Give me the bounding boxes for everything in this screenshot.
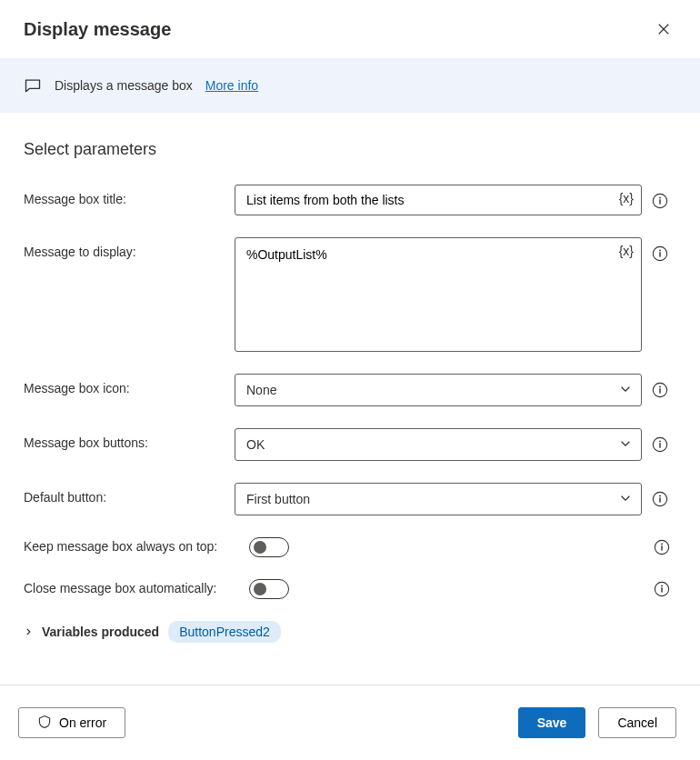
svg-rect-8 [659,388,660,393]
info-banner: Displays a message box More info [0,58,700,113]
default-button-select[interactable]: First button [235,483,642,515]
info-icon[interactable] [653,580,671,598]
banner-text: Displays a message box [55,78,193,93]
more-info-link[interactable]: More info [205,78,258,93]
buttons-select-value: OK [246,437,265,452]
svg-rect-14 [659,497,660,502]
on-error-button[interactable]: On error [18,707,125,738]
svg-point-7 [659,386,661,388]
svg-rect-5 [659,252,660,256]
chevron-down-icon [619,383,632,398]
title-input-wrap: {x} [235,185,642,215]
svg-point-10 [659,441,661,443]
default-button-select-value: First button [246,492,310,506]
close-icon [657,23,670,35]
svg-point-16 [661,544,663,545]
dialog-footer: On error Save Cancel [0,685,700,760]
chevron-down-icon [619,492,632,507]
title-input[interactable] [246,185,610,215]
svg-rect-17 [661,545,662,550]
message-textarea-wrap: %OutputList% {x} [235,237,642,352]
row-auto-close: Close message box automatically: [24,579,676,599]
row-icon: Message box icon: None [24,374,676,406]
label-auto-close: Close message box automatically: [24,579,249,595]
insert-variable-icon[interactable]: {x} [619,244,634,258]
info-icon[interactable] [651,381,669,399]
section-title: Select parameters [24,140,676,159]
dialog-content: Select parameters Message box title: {x}… [0,113,700,685]
info-icon[interactable] [651,192,669,210]
chevron-down-icon [619,437,632,453]
message-textarea[interactable]: %OutputList% [246,247,610,342]
icon-select-value: None [246,383,276,397]
insert-variable-icon[interactable]: {x} [619,191,634,205]
label-title: Message box title: [24,185,235,206]
toggle-knob [254,541,266,554]
row-always-on-top: Keep message box always on top: [24,537,676,557]
toggle-knob [254,583,266,595]
cancel-button[interactable]: Cancel [598,707,676,738]
svg-point-13 [659,495,661,497]
label-always-on-top: Keep message box always on top: [24,537,249,554]
buttons-select[interactable]: OK [235,428,642,461]
label-icon: Message box icon: [24,374,235,395]
icon-select[interactable]: None [235,374,642,406]
dialog: Display message Displays a message box M… [0,0,700,760]
always-on-top-toggle[interactable] [249,537,289,557]
svg-point-1 [659,197,661,199]
variable-pill[interactable]: ButtonPressed2 [168,621,281,643]
row-buttons: Message box buttons: OK [24,428,676,461]
dialog-title: Display message [24,19,171,40]
info-icon[interactable] [651,245,669,263]
row-default-button: Default button: First button [24,483,676,515]
row-message: Message to display: %OutputList% {x} [24,237,676,352]
svg-rect-2 [659,199,660,204]
label-default-button: Default button: [24,483,235,505]
variables-produced-row[interactable]: Variables produced ButtonPressed2 [24,621,676,643]
info-icon[interactable] [651,435,669,454]
info-icon[interactable] [651,490,669,508]
label-buttons: Message box buttons: [24,428,235,450]
info-icon[interactable] [653,538,671,556]
row-title: Message box title: {x} [24,185,676,215]
svg-rect-11 [659,443,660,447]
svg-point-19 [661,585,663,587]
svg-point-4 [659,250,661,252]
cancel-label: Cancel [617,715,657,730]
shield-icon [37,715,52,732]
chevron-right-icon [24,625,33,639]
footer-right: Save Cancel [518,707,676,738]
dialog-header: Display message [0,0,700,58]
auto-close-toggle[interactable] [249,579,289,599]
close-button[interactable] [651,16,676,42]
variables-produced-label: Variables produced [42,625,159,639]
svg-rect-20 [661,587,662,592]
save-button[interactable]: Save [518,707,586,738]
chat-icon [24,76,42,95]
label-message: Message to display: [24,237,235,259]
on-error-label: On error [59,715,106,730]
save-label: Save [537,715,567,730]
